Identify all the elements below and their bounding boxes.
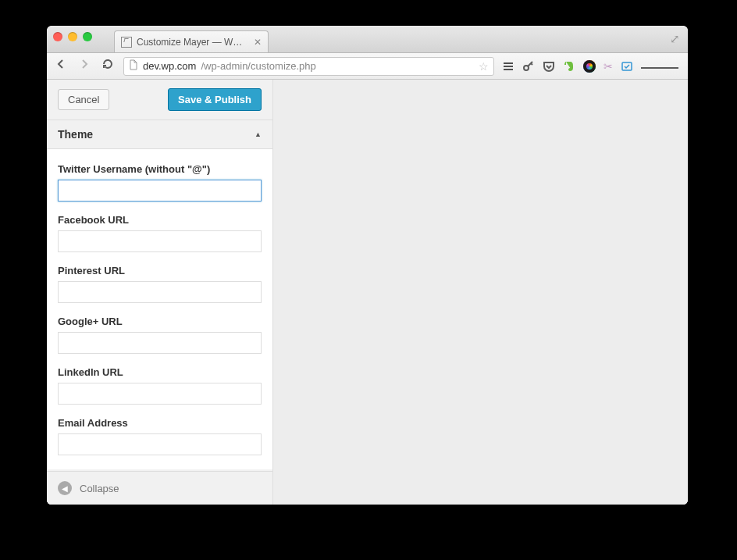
extension-icons: ✂ [502,59,682,73]
colorpicker-extension-icon[interactable] [583,60,596,73]
linkedin-url-input[interactable] [58,383,262,405]
back-button[interactable] [53,58,69,74]
theme-preview-pane [273,80,688,505]
collapse-arrow-icon: ◀ [58,481,72,495]
save-publish-button[interactable]: Save & Publish [168,88,262,111]
traffic-lights [53,32,92,41]
field-email: Email Address [58,417,262,455]
forward-button[interactable] [77,58,92,74]
tab-title: Customize Mayer — WordP [137,37,246,48]
facebook-url-input[interactable] [58,230,262,252]
close-window-button[interactable] [53,32,62,41]
reload-button[interactable] [100,58,116,74]
field-linkedin: LinkedIn URL [58,366,262,405]
theme-panel: Twitter Username (without "@") Facebook … [47,149,272,469]
collapse-sidebar-button[interactable]: ◀ Collapse [47,471,272,505]
buffer-extension-icon[interactable] [502,60,514,73]
bookmark-star-icon[interactable]: ☆ [479,60,489,73]
minimize-window-button[interactable] [68,32,77,41]
field-googleplus: Google+ URL [58,316,262,354]
key-extension-icon[interactable] [522,60,535,73]
url-host: dev.wp.com [143,60,196,72]
field-label: Google+ URL [58,316,262,327]
zoom-window-button[interactable] [83,32,92,41]
browser-toolbar: dev.wp.com/wp-admin/customize.php ☆ ✂ [47,53,688,80]
close-tab-icon[interactable]: ✕ [254,37,262,48]
field-facebook: Facebook URL [58,214,262,252]
twitter-username-input[interactable] [58,180,262,202]
scissors-extension-icon[interactable]: ✂ [603,60,613,73]
field-label: Facebook URL [58,214,262,226]
field-label: Email Address [58,417,262,429]
window-titlebar: Customize Mayer — WordP ✕ ⤢ [47,26,688,53]
url-path: /wp-admin/customize.php [201,60,315,72]
field-label: Twitter Username (without "@") [58,163,262,175]
field-twitter: Twitter Username (without "@") [58,163,262,202]
email-address-input[interactable] [58,433,262,455]
pocket-extension-icon[interactable] [543,60,555,73]
pinterest-url-input[interactable] [58,281,262,303]
collapse-triangle-icon: ▲ [255,130,262,138]
fullscreen-icon[interactable]: ⤢ [670,32,680,46]
chrome-menu-icon[interactable] [641,59,678,73]
browser-tab[interactable]: Customize Mayer — WordP ✕ [114,30,269,52]
theme-section-toggle[interactable]: Theme ▲ [47,120,272,149]
field-label: LinkedIn URL [58,366,262,378]
page-favicon-icon [121,37,132,48]
content-area: Cancel Save & Publish Theme ▲ Twitter Us… [47,80,688,505]
googleplus-url-input[interactable] [58,332,262,354]
customizer-actions: Cancel Save & Publish [47,80,272,120]
field-label: Pinterest URL [58,265,262,276]
field-pinterest: Pinterest URL [58,265,262,303]
cancel-button[interactable]: Cancel [58,89,109,110]
section-title: Theme [58,128,93,141]
address-bar[interactable]: dev.wp.com/wp-admin/customize.php ☆ [123,57,494,76]
collapse-label: Collapse [80,483,119,494]
customizer-sidebar: Cancel Save & Publish Theme ▲ Twitter Us… [47,80,273,505]
browser-window: Customize Mayer — WordP ✕ ⤢ dev.wp.com/w… [47,26,688,505]
page-icon [129,59,138,73]
onetab-extension-icon[interactable] [621,60,633,73]
evernote-extension-icon[interactable] [563,60,575,73]
